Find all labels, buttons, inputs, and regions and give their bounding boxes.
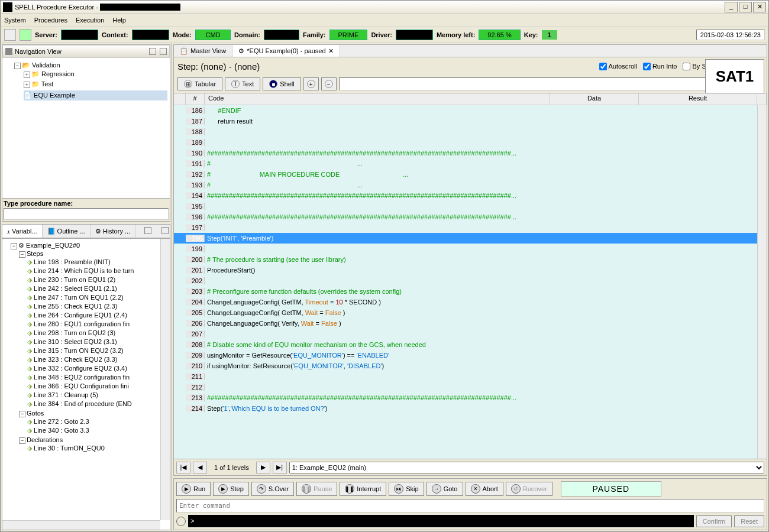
tree-expander[interactable]: − [14, 63, 21, 69]
tree-folder-regression[interactable]: Regression [41, 70, 75, 77]
skip-button[interactable]: ⏭Skip [389, 482, 424, 496]
code-line[interactable]: 211 [174, 371, 767, 382]
tree-folder-test[interactable]: Test [41, 80, 53, 87]
code-line[interactable]: 198Step('INIT', 'Preamble') [174, 233, 767, 244]
outline-item[interactable]: ⬗ Line 371 : Cleanup (5) [27, 391, 167, 400]
outline-item[interactable]: ⬗ Line 384 : End of procedure (END [27, 400, 167, 408]
outline-tree[interactable]: −⚙ Example_EQU2#0 −Steps ⬗ Line 198 : Pr… [2, 238, 170, 530]
pause-button[interactable]: ❚❚Pause [296, 482, 337, 496]
recover-button[interactable]: ↺Recover [506, 482, 552, 496]
maximize-button[interactable]: □ [739, 2, 752, 12]
tabular-button[interactable]: ⊞Tabular [177, 77, 222, 90]
remove-button[interactable]: − [321, 77, 337, 90]
outline-item[interactable]: ⬗ Line 272 : Goto 2.3 [27, 417, 167, 426]
code-line[interactable]: 196#####################################… [174, 212, 767, 222]
panel-max-icon[interactable] [161, 227, 169, 234]
tab-history[interactable]: ⚙ History ... [91, 225, 135, 238]
tab-variables[interactable]: 𝑥 Variabl... [2, 225, 43, 238]
code-line[interactable]: 204ChangeLanguageConfig( GetTM, Timeout … [174, 297, 767, 307]
prompt-input[interactable] [339, 77, 708, 90]
code-line[interactable]: 205ChangeLanguageConfig( GetTM, Wait = F… [174, 307, 767, 318]
code-body[interactable]: 186 #ENDIF187 return result188189190####… [174, 105, 767, 459]
code-line[interactable]: 199 [174, 244, 767, 254]
step-button[interactable]: ▶Step [213, 482, 249, 496]
text-button[interactable]: TText [225, 77, 260, 90]
code-line[interactable]: 203# Preconfigure some function defaults… [174, 286, 767, 297]
tab-master-view[interactable]: 📋 Master View [174, 45, 232, 57]
code-line[interactable]: 201ProcedureStart() [174, 265, 767, 275]
outline-item[interactable]: ⬗ Line 315 : Turn ON EQU2 (3.2) [27, 346, 167, 355]
stack-next-button[interactable]: ▶ [256, 462, 270, 473]
code-line[interactable]: 191# ... [174, 158, 767, 169]
panel-max-icon[interactable] [160, 48, 167, 55]
code-line[interactable]: 213#####################################… [174, 392, 767, 403]
command-input[interactable] [176, 499, 764, 512]
stack-last-button[interactable]: ▶| [273, 462, 287, 473]
toolbar-icon-1[interactable] [4, 29, 16, 41]
abort-button[interactable]: ✕Abort [466, 482, 503, 496]
outline-item[interactable]: ⬗ Line 298 : Turn on EQU2 (3) [27, 329, 167, 338]
add-button[interactable]: + [303, 77, 319, 90]
outline-item[interactable]: ⬗ Line 198 : Preamble (INIT) [27, 258, 167, 267]
code-line[interactable]: 207 [174, 329, 767, 339]
code-line[interactable]: 214Step('1','Which EQU is to be turned O… [174, 403, 767, 414]
sover-button[interactable]: ↷S.Over [251, 482, 294, 496]
code-line[interactable]: 208# Disable some kind of EQU monitor me… [174, 339, 767, 350]
tree-expander[interactable]: + [24, 82, 30, 88]
scrollbar-v[interactable] [757, 105, 767, 459]
scrollbar-h[interactable] [2, 520, 160, 530]
code-line[interactable]: 194#####################################… [174, 190, 767, 201]
interrupt-button[interactable]: ❚❚Interrupt [340, 482, 386, 496]
tree-item-equ[interactable]: EQU Example [34, 92, 75, 99]
outline-declarations[interactable]: Declarations [27, 436, 63, 443]
outline-item[interactable]: ⬗ Line 247 : Turn ON EQU1 (2.2) [27, 293, 167, 302]
menu-system[interactable]: System [4, 17, 26, 24]
close-button[interactable]: ✕ [753, 2, 766, 12]
stack-prev-button[interactable]: ◀ [193, 462, 207, 473]
code-line[interactable]: 186 #ENDIF [174, 105, 767, 116]
shell-button[interactable]: ■Shell [263, 77, 301, 90]
tree-expander[interactable]: + [24, 72, 30, 78]
code-line[interactable]: 189 [174, 137, 767, 148]
outline-item[interactable]: ⬗ Line 280 : EQU1 configuration fin [27, 320, 167, 329]
toolbar-icon-2[interactable] [20, 29, 31, 41]
tree-expander[interactable]: − [19, 251, 25, 258]
run-button[interactable]: ▶Run [176, 482, 211, 496]
menu-procedures[interactable]: Procedures [34, 17, 67, 24]
scrollbar-v[interactable] [160, 239, 170, 520]
outline-item[interactable]: ⬗ Line 332 : Configure EQU2 (3.4) [27, 364, 167, 373]
tree-expander[interactable]: − [19, 411, 25, 417]
outline-item[interactable]: ⬗ Line 214 : Which EQU is to be turn [27, 267, 167, 275]
outline-item[interactable]: ⬗ Line 310 : Select EQU2 (3.1) [27, 338, 167, 346]
code-line[interactable]: 187 return result [174, 116, 767, 126]
goto-button[interactable]: →Goto [426, 482, 463, 496]
code-line[interactable]: 192# MAIN PROCEDURE CODE ... [174, 169, 767, 180]
tree-expander[interactable]: − [19, 437, 25, 444]
outline-item[interactable]: ⬗ Line 323 : Check EQU2 (3.3) [27, 355, 167, 364]
tab-outline[interactable]: 📘 Outline ... [43, 225, 91, 238]
menu-help[interactable]: Help [112, 17, 126, 24]
code-line[interactable]: 200# The procedure is starting (see the … [174, 254, 767, 265]
navigation-tree[interactable]: −📂 Validation +📁 Regression +📁 Test 📄 EQ… [2, 58, 170, 198]
stack-select[interactable]: 1: Example_EQU2 (main) [289, 462, 764, 473]
autoscroll-checkbox[interactable]: Autoscroll [599, 63, 637, 70]
code-line[interactable]: 195 [174, 201, 767, 212]
outline-root[interactable]: Example_EQU2#0 [26, 242, 80, 249]
tab-equ-example[interactable]: ⚙ *EQU Example(0) - paused ✕ [232, 45, 340, 57]
runinto-checkbox[interactable]: Run Into [643, 63, 677, 70]
outline-item[interactable]: ⬗ Line 340 : Goto 3.3 [27, 426, 167, 435]
tree-folder-validation[interactable]: Validation [32, 61, 60, 69]
outline-item[interactable]: ⬗ Line 255 : Check EQU1 (2.3) [27, 302, 167, 311]
minimize-button[interactable]: _ [725, 2, 738, 12]
code-line[interactable]: 193# ... [174, 180, 767, 190]
outline-item[interactable]: ⬗ Line 348 : EQU2 configuration fin [27, 373, 167, 382]
outline-item[interactable]: ⬗ Line 230 : Turn on EQU1 (2) [27, 275, 167, 284]
code-line[interactable]: 206ChangeLanguageConfig( Verify, Wait = … [174, 318, 767, 329]
outline-item[interactable]: ⬗ Line 366 : EQU Configuration fini [27, 382, 167, 391]
outline-item[interactable]: ⬗ Line 264 : Configure EQU1 (2.4) [27, 311, 167, 320]
outline-item[interactable]: ⬗ Line 242 : Select EQU1 (2.1) [27, 284, 167, 293]
panel-min-icon[interactable] [144, 227, 151, 234]
menu-execution[interactable]: Execution [76, 17, 104, 24]
outline-steps[interactable]: Steps [27, 250, 43, 257]
code-line[interactable]: 210if usingMonitor: SetResource('EQU_MON… [174, 361, 767, 371]
